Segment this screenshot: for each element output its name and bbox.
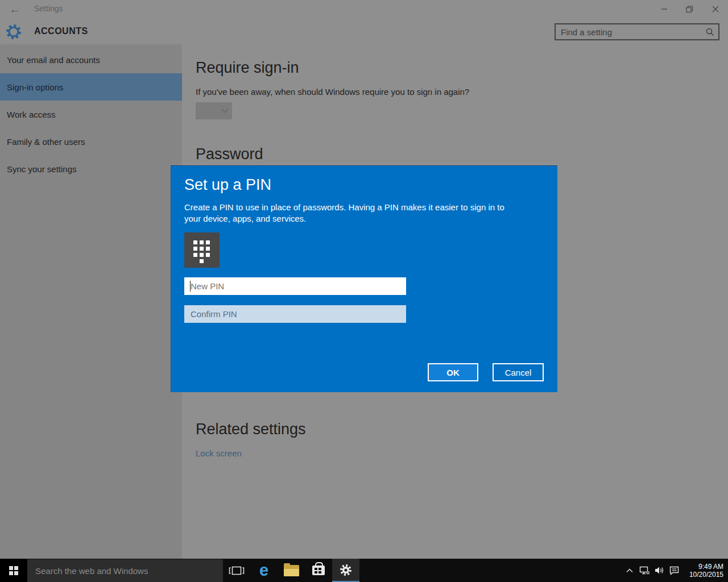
chevron-up-icon [626, 568, 633, 573]
sidebar-item-family-other-users[interactable]: Family & other users [0, 128, 182, 155]
taskbar-clock[interactable]: 9:49 AM 10/20/2015 [684, 563, 723, 579]
ok-button[interactable]: OK [428, 363, 478, 381]
edge-button[interactable]: e [250, 559, 278, 582]
start-button[interactable] [0, 559, 27, 582]
close-button[interactable] [702, 0, 728, 18]
task-view-button[interactable] [223, 559, 250, 582]
dialog-description: Create a PIN to use in place of password… [184, 202, 513, 225]
sidebar-item-email-accounts[interactable]: Your email and accounts [0, 46, 182, 73]
related-settings-heading: Related settings [196, 421, 306, 438]
minimize-button[interactable] [651, 0, 677, 18]
system-tray: 9:49 AM 10/20/2015 [622, 559, 728, 582]
window-controls [651, 0, 728, 18]
desktop: ← Settings ACCOUNTS Find a setting [0, 0, 728, 582]
file-explorer-button[interactable] [278, 559, 305, 582]
require-signin-heading: Require sign-in [196, 59, 299, 77]
find-setting-search[interactable]: Find a setting [555, 23, 719, 40]
file-explorer-icon [284, 565, 299, 576]
sidebar-item-signin-options[interactable]: Sign-in options [0, 73, 182, 101]
edge-icon: e [259, 562, 268, 579]
taskbar: The Collection Book Search the web and W… [0, 559, 728, 582]
task-view-icon [229, 565, 245, 576]
find-setting-placeholder: Find a setting [556, 27, 705, 37]
store-button[interactable] [305, 559, 332, 582]
clock-date: 10/20/2015 [684, 571, 723, 579]
require-signin-dropdown[interactable] [196, 102, 232, 119]
taskbar-search-placeholder: Search the web and Windows [27, 566, 148, 576]
settings-gear-icon [5, 23, 22, 40]
speaker-icon [655, 566, 664, 575]
setup-pin-dialog: Set up a PIN Create a PIN to use in plac… [171, 165, 557, 392]
store-icon [312, 566, 325, 575]
confirm-pin-input[interactable] [184, 305, 406, 323]
action-center-icon [669, 566, 679, 575]
text-caret [190, 281, 191, 292]
sidebar-item-work-access[interactable]: Work access [0, 101, 182, 128]
tray-expand-button[interactable] [622, 559, 637, 582]
search-icon[interactable] [705, 27, 714, 36]
settings-gear-taskbar-icon [339, 563, 353, 577]
clock-time: 9:49 AM [684, 563, 723, 571]
password-heading: Password [196, 146, 263, 163]
cancel-button[interactable]: Cancel [493, 363, 544, 381]
action-center-button[interactable] [667, 559, 681, 582]
windows-logo-icon [9, 566, 18, 575]
new-pin-input[interactable] [184, 277, 406, 295]
restore-button[interactable] [677, 0, 702, 18]
settings-app-button[interactable] [332, 559, 359, 582]
volume-tray-button[interactable] [652, 559, 667, 582]
dialog-title: Set up a PIN [184, 176, 271, 194]
minimize-icon [661, 6, 668, 13]
page-title: ACCOUNTS [34, 26, 88, 36]
title-bar: ← Settings [0, 0, 728, 18]
back-arrow-icon[interactable]: ← [7, 1, 23, 17]
lock-screen-link[interactable]: Lock screen [196, 448, 242, 458]
chevron-down-icon [221, 109, 229, 113]
sidebar-item-sync-settings[interactable]: Sync your settings [0, 155, 182, 182]
network-tray-button[interactable] [637, 559, 652, 582]
require-signin-question: If you've been away, when should Windows… [196, 87, 469, 97]
close-icon [712, 6, 719, 13]
dialog-buttons: OK Cancel [428, 363, 544, 381]
sidebar: Your email and accounts Sign-in options … [0, 44, 182, 559]
restore-icon [686, 6, 693, 13]
window-title: Settings [34, 4, 63, 13]
pin-keypad-icon [184, 232, 220, 268]
taskbar-search[interactable]: Search the web and Windows [27, 559, 223, 582]
network-icon [639, 566, 650, 575]
